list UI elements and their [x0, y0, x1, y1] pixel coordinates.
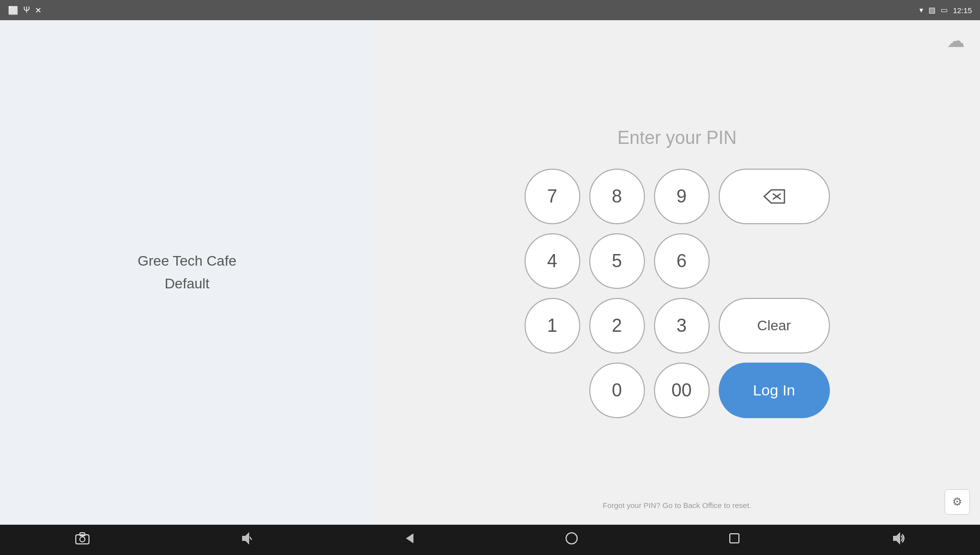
- svg-marker-7: [407, 534, 413, 542]
- cloud-icon: ☁: [947, 30, 965, 52]
- volume-up-nav-icon[interactable]: [891, 532, 905, 547]
- pin-title: Enter your PIN: [617, 127, 736, 148]
- key-7[interactable]: 7: [525, 169, 580, 224]
- svg-point-4: [80, 537, 85, 542]
- svg-rect-9: [730, 534, 739, 543]
- settings-button[interactable]: ⚙: [945, 489, 970, 515]
- signal-icon: ▨: [928, 6, 936, 15]
- status-bar: ⬜ Ψ ✕ ▾ ▨ ▭ 12:15: [0, 0, 980, 20]
- nav-bar: [0, 525, 980, 555]
- key-5[interactable]: 5: [589, 233, 645, 289]
- status-right-icons: ▾ ▨ ▭ 12:15: [919, 6, 972, 15]
- screen-icon: ⬜: [8, 6, 18, 15]
- key-00[interactable]: 00: [654, 363, 710, 418]
- keypad: 7 8 9 4 5 6 1 2 3 Clear: [525, 169, 830, 418]
- clear-button[interactable]: Clear: [719, 298, 830, 354]
- main-content: Gree Tech Cafe Default ☁ Enter your PIN …: [0, 20, 980, 525]
- key-2[interactable]: 2: [589, 298, 645, 354]
- key-6[interactable]: 6: [654, 233, 710, 289]
- usb-icon: Ψ: [23, 6, 30, 15]
- store-name: Gree Tech Cafe: [137, 250, 237, 273]
- left-panel: Gree Tech Cafe Default: [0, 20, 374, 525]
- wifi-icon: ▾: [919, 6, 923, 15]
- battery-icon: ▭: [941, 6, 948, 15]
- key-1[interactable]: 1: [525, 298, 580, 354]
- camera-nav-icon[interactable]: [75, 532, 89, 547]
- key-3[interactable]: 3: [654, 298, 710, 354]
- recents-nav-icon[interactable]: [728, 532, 740, 547]
- svg-marker-10: [894, 533, 900, 543]
- store-info: Gree Tech Cafe Default: [137, 250, 237, 295]
- login-button[interactable]: Log In: [719, 363, 830, 418]
- back-nav-icon[interactable]: [403, 532, 415, 547]
- key-9[interactable]: 9: [654, 169, 710, 224]
- svg-point-8: [566, 533, 577, 544]
- right-panel: ☁ Enter your PIN 7 8 9 4 5 6: [374, 20, 980, 525]
- home-nav-icon[interactable]: [565, 532, 578, 548]
- backspace-button[interactable]: [719, 169, 830, 224]
- key-4[interactable]: 4: [525, 233, 580, 289]
- key-0[interactable]: 0: [589, 363, 645, 418]
- time-display: 12:15: [953, 6, 972, 15]
- status-left-icons: ⬜ Ψ ✕: [8, 6, 41, 15]
- key-8[interactable]: 8: [589, 169, 645, 224]
- volume-down-nav-icon[interactable]: [240, 532, 253, 547]
- svg-marker-5: [243, 533, 249, 543]
- store-sub: Default: [137, 273, 237, 295]
- svg-line-6: [250, 537, 252, 540]
- forgot-pin-text: Forgot your PIN? Go to Back Office to re…: [602, 501, 751, 510]
- cursor-icon: ✕: [35, 6, 41, 15]
